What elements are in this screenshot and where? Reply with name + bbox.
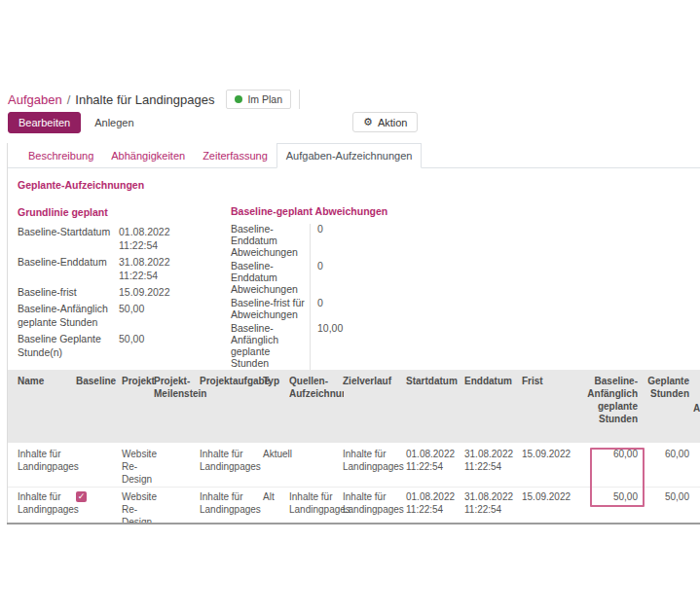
column-header-geplante_stunden[interactable]: Geplante Stunden bbox=[641, 375, 689, 400]
table-cell-projekt[interactable]: Website Re-Design bbox=[122, 448, 154, 486]
column-header-zielverlauf[interactable]: Zielverlauf bbox=[343, 375, 398, 387]
field-label: Baseline-Enddatum Abweichungen bbox=[231, 260, 310, 295]
field-row: Baseline-frist für Abweichungen0 bbox=[231, 297, 422, 320]
table-cell-projektaufgabe[interactable]: Inhalte für Landingpages bbox=[200, 448, 258, 473]
field-row: Baseline Geplante Stunde(n)50,00 bbox=[18, 332, 224, 359]
tab-abhaengigkeiten[interactable]: Abhängigkeiten bbox=[102, 144, 194, 167]
status-label: Im Plan bbox=[247, 93, 282, 105]
field-row: Baseline-Startdatum01.08.2022 11:22:54 bbox=[18, 225, 224, 252]
column-header-baseline_stunden[interactable]: Baseline-Anfänglich geplante Stunden bbox=[584, 375, 638, 425]
tab-aufgaben-aufzeichnungen[interactable]: Aufgaben-Aufzeichnungen bbox=[276, 143, 423, 168]
status-dot-icon bbox=[235, 95, 242, 103]
table-cell-geplante_stunden[interactable]: 60,00 bbox=[641, 448, 689, 460]
edit-button[interactable]: Bearbeiten bbox=[8, 112, 81, 133]
action-menu-label: Aktion bbox=[378, 117, 408, 128]
breadcrumb-parent-link[interactable]: Aufgaben bbox=[8, 92, 62, 107]
create-button[interactable]: Anlegen bbox=[85, 113, 143, 132]
column-header-quellen[interactable]: Quellen-Aufzeichnungen bbox=[289, 375, 344, 400]
column-header-typ[interactable]: Typ bbox=[263, 375, 290, 387]
field-label: Baseline-frist bbox=[18, 285, 119, 299]
table-cell-enddatum[interactable]: 31.08.2022 11:22:54 bbox=[464, 490, 515, 516]
column-header-meilenstein[interactable]: Projekt-Meilenstein bbox=[154, 375, 201, 400]
field-value: 31.08.2022 11:22:54 bbox=[119, 255, 197, 282]
tab-zeiterfassung[interactable]: Zeiterfassung bbox=[194, 144, 276, 167]
field-row: Baseline-Enddatum Abweichungen0 bbox=[231, 260, 422, 295]
table-bottom-border bbox=[7, 523, 700, 525]
tab-beschreibung[interactable]: Beschreibung bbox=[19, 144, 102, 167]
table-cell-frist[interactable]: 15.09.2022 bbox=[522, 448, 572, 460]
table-cell-name[interactable]: Inhalte für Landingpages bbox=[18, 490, 76, 516]
field-value: 0 bbox=[310, 260, 323, 295]
field-value: 50,00 bbox=[119, 332, 197, 359]
column-header-abw[interactable]: A bbox=[693, 402, 700, 415]
breadcrumb: Aufgaben / Inhalte für Landingpages Im P… bbox=[8, 90, 300, 109]
table-cell-typ[interactable]: Aktuell bbox=[263, 448, 290, 460]
field-row: Baseline-Anfänglich geplante Stunden50,0… bbox=[18, 302, 224, 329]
section-title: Geplante-Aufzeichnungen bbox=[18, 179, 144, 191]
table-cell-projektaufgabe[interactable]: Inhalte für Landingpages bbox=[200, 490, 258, 516]
column-header-frist[interactable]: Frist bbox=[522, 375, 572, 387]
field-value: 0 bbox=[310, 297, 323, 320]
table-cell-baseline[interactable]: ✓ bbox=[76, 490, 113, 502]
table-cell-quellen[interactable]: Inhalte für Landingpages bbox=[289, 490, 344, 516]
page-title: Inhalte für Landingpages bbox=[75, 92, 214, 107]
table-cell-zielverlauf[interactable]: Inhalte für Landingpages bbox=[343, 490, 398, 516]
field-label: Baseline-Enddatum bbox=[18, 255, 119, 282]
group-grundlinie-geplant: Grundlinie geplant Baseline-Startdatum01… bbox=[18, 205, 224, 362]
table-cell-geplante_stunden[interactable]: 50,00 bbox=[641, 490, 689, 503]
column-header-projekt[interactable]: Projekt bbox=[122, 375, 154, 387]
field-label: Baseline Geplante Stunde(n) bbox=[18, 332, 119, 359]
field-value: 50,00 bbox=[119, 302, 197, 329]
field-value: 15.09.2022 bbox=[119, 285, 197, 299]
field-value: 0 bbox=[310, 223, 323, 258]
table-cell-frist[interactable]: 15.09.2022 bbox=[522, 490, 572, 503]
table-cell-typ[interactable]: Alt bbox=[263, 490, 290, 503]
button-row: Bearbeiten Anlegen bbox=[8, 112, 144, 133]
table-cell-enddatum[interactable]: 31.08.2022 11:22:54 bbox=[464, 448, 515, 473]
status-badge[interactable]: Im Plan bbox=[226, 90, 291, 109]
field-row: Baseline-Enddatum31.08.2022 11:22:54 bbox=[18, 255, 224, 282]
tab-bar: Beschreibung Abhängigkeiten Zeiterfassun… bbox=[8, 143, 700, 168]
table-cell-baseline_stunden[interactable]: 50,00 bbox=[584, 490, 638, 503]
task-form-page: { "colors": { "brand": "#911f60", "link"… bbox=[0, 0, 700, 615]
field-label: Baseline-Startdatum bbox=[18, 225, 119, 252]
table-cell-zielverlauf[interactable]: Inhalte für Landingpages bbox=[343, 448, 398, 473]
divider bbox=[299, 90, 300, 109]
column-header-startdatum[interactable]: Startdatum bbox=[406, 375, 461, 387]
field-label: Baseline-Anfänglich geplante Stunden bbox=[18, 302, 119, 329]
column-header-name[interactable]: Name bbox=[18, 375, 76, 387]
table-cell-projekt[interactable]: Website Re-Design bbox=[122, 490, 154, 524]
gear-icon: ⚙ bbox=[363, 116, 373, 128]
field-value: 01.08.2022 11:22:54 bbox=[119, 225, 197, 252]
group-title: Grundlinie geplant bbox=[18, 205, 224, 219]
column-header-projektaufgabe[interactable]: Projektaufgabe bbox=[200, 375, 258, 387]
column-header-baseline[interactable]: Baseline bbox=[76, 375, 113, 387]
action-menu-button[interactable]: ⚙ Aktion bbox=[352, 112, 418, 132]
baseline-checkbox[interactable]: ✓ bbox=[76, 491, 87, 502]
field-label: Baseline-frist für Abweichungen bbox=[231, 297, 310, 320]
group-title: Baseline-geplant Abweichungen bbox=[231, 205, 422, 217]
breadcrumb-separator: / bbox=[67, 92, 71, 107]
table-cell-baseline_stunden[interactable]: 60,00 bbox=[584, 448, 638, 460]
field-row: Baseline-frist15.09.2022 bbox=[18, 285, 224, 299]
field-label: Baseline-Enddatum Abweichungen bbox=[231, 223, 310, 258]
field-row: Baseline-Enddatum Abweichungen0 bbox=[231, 223, 422, 258]
table-cell-startdatum[interactable]: 01.08.2022 11:22:54 bbox=[406, 490, 461, 516]
column-header-enddatum[interactable]: Enddatum bbox=[464, 375, 515, 387]
table-cell-startdatum[interactable]: 01.08.2022 11:22:54 bbox=[406, 448, 461, 473]
records-table: NameBaselineProjektProjekt-MeilensteinPr… bbox=[0, 370, 700, 524]
table-cell-name[interactable]: Inhalte für Landingpages bbox=[18, 448, 76, 473]
